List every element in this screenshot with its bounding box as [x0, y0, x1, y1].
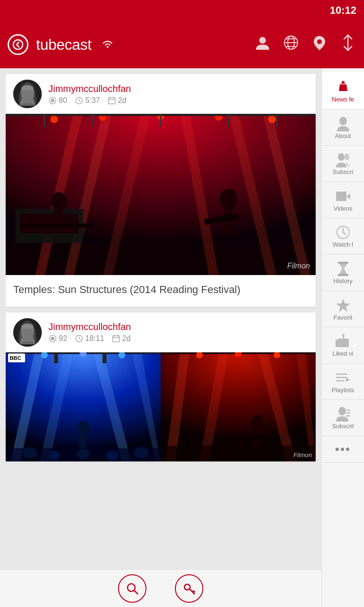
svg-rect-39: [20, 223, 93, 227]
video-card[interactable]: Jimmymccullochfan 80: [6, 74, 316, 307]
svg-rect-102: [338, 262, 348, 264]
svg-point-72: [77, 421, 89, 436]
sidebar-item-favorites[interactable]: Favorit: [322, 291, 364, 328]
svg-line-115: [134, 590, 138, 594]
sidebar-item-subscriptions[interactable]: Subscri: [322, 146, 364, 182]
svg-point-44: [268, 115, 276, 123]
views-stat: 92: [48, 334, 67, 343]
age-stat: 2d: [112, 334, 131, 343]
sidebar-label-subscriptions: Subscri: [333, 168, 353, 176]
svg-marker-104: [336, 299, 350, 312]
avatar: [13, 80, 42, 108]
svg-point-78: [48, 451, 60, 460]
thumbnail-left: BBC: [6, 352, 161, 461]
watermark: Filmon: [287, 262, 310, 270]
app-title: tubecast: [36, 36, 91, 54]
location-icon[interactable]: [311, 34, 328, 55]
svg-point-37: [51, 192, 67, 212]
svg-point-0: [13, 40, 23, 49]
profile-icon[interactable]: [254, 34, 271, 55]
main-layout: Jimmymccullochfan 80: [0, 68, 364, 607]
svg-point-98: [345, 154, 349, 160]
sidebar-label-watch-later: Watch l: [333, 241, 353, 248]
duration-stat: 18:11: [75, 334, 104, 343]
globe-icon[interactable]: [282, 34, 300, 55]
card-stats: 92 18:11: [48, 334, 308, 343]
age-stat: 2d: [108, 96, 127, 105]
sidebar-label-about: About: [335, 132, 351, 140]
sidebar-label-subscribed: Subscril: [332, 423, 354, 430]
svg-rect-38: [54, 211, 63, 232]
status-bar: 10:12: [0, 0, 364, 21]
svg-point-110: [338, 407, 346, 415]
svg-point-1: [107, 46, 109, 48]
svg-point-40: [50, 115, 58, 123]
sidebar-item-subscribed[interactable]: Subscril: [322, 400, 364, 436]
sidebar-label-videos: Videos: [334, 205, 353, 212]
svg-point-114: [127, 584, 135, 591]
svg-point-95: [342, 81, 345, 84]
svg-line-118: [192, 591, 193, 593]
sidebar-item-videos[interactable]: Videos: [322, 182, 364, 219]
card-meta: Jimmymccullochfan 80: [48, 83, 308, 105]
svg-point-91: [251, 415, 264, 432]
views-stat: 80: [48, 96, 67, 105]
sort-icon[interactable]: [339, 34, 356, 55]
sidebar-item-playlists[interactable]: Playlists: [322, 364, 364, 400]
svg-point-8: [317, 39, 322, 44]
card-header: Jimmymccullochfan 80: [6, 74, 316, 114]
svg-point-79: [76, 449, 90, 459]
more-dots: •••: [335, 442, 351, 457]
svg-rect-20: [109, 98, 115, 104]
svg-marker-100: [346, 193, 350, 199]
sidebar-item-news-feed[interactable]: News fe: [322, 72, 364, 110]
card-username: Jimmymccullochfan: [48, 322, 308, 332]
svg-rect-68: [102, 352, 106, 363]
time: 10:12: [330, 4, 356, 17]
key-button[interactable]: [175, 574, 203, 603]
svg-rect-57: [113, 336, 119, 342]
svg-point-2: [259, 37, 266, 44]
sidebar-item-history[interactable]: History: [322, 255, 364, 291]
sidebar-item-watch-later[interactable]: Watch l: [322, 218, 364, 255]
card-meta: Jimmymccullochfan 92: [48, 322, 308, 343]
svg-point-96: [339, 117, 347, 125]
svg-point-55: [51, 337, 54, 340]
svg-rect-105: [336, 340, 338, 347]
duration-stat: 5:37: [75, 96, 100, 105]
watermark: Filmon: [293, 451, 312, 459]
video-thumbnail[interactable]: Filmon: [6, 114, 316, 275]
svg-point-80: [106, 451, 119, 460]
search-button[interactable]: [118, 574, 146, 603]
svg-rect-103: [338, 274, 348, 276]
avatar: [13, 318, 42, 347]
sidebar-label-playlists: Playlists: [332, 386, 355, 394]
svg-point-34: [220, 189, 237, 210]
sidebar-item-about[interactable]: About: [322, 110, 364, 146]
sidebar: News fe About Subscri: [321, 68, 364, 607]
svg-point-81: [134, 447, 149, 459]
card-header: Jimmymccullochfan 92: [6, 313, 316, 352]
content-area: Jimmymccullochfan 80: [0, 68, 321, 607]
card-username: Jimmymccullochfan: [48, 83, 308, 94]
video-card[interactable]: Jimmymccullochfan 92: [6, 313, 316, 461]
header-icon-group: [254, 34, 356, 55]
sidebar-label-news-feed: News fe: [332, 96, 354, 103]
thumbnail-right: Filmon: [161, 352, 316, 461]
card-stats: 80 5:37: [48, 96, 308, 105]
bottom-bar: [0, 569, 321, 607]
video-thumbnail-dual[interactable]: BBC: [6, 352, 316, 461]
sidebar-label-history: History: [333, 277, 352, 285]
sidebar-item-more[interactable]: •••: [322, 436, 364, 463]
svg-point-18: [51, 99, 54, 102]
sidebar-label-favorites: Favorit: [334, 314, 353, 322]
sidebar-label-liked: Liked vi: [332, 350, 353, 358]
sidebar-item-liked[interactable]: Liked vi: [322, 327, 364, 364]
back-button[interactable]: [8, 34, 28, 55]
svg-rect-94: [161, 446, 316, 461]
wifi-icon: [101, 39, 114, 51]
svg-text:BBC: BBC: [9, 355, 21, 361]
svg-point-77: [23, 447, 37, 459]
svg-rect-99: [336, 192, 346, 201]
svg-point-116: [184, 584, 190, 590]
